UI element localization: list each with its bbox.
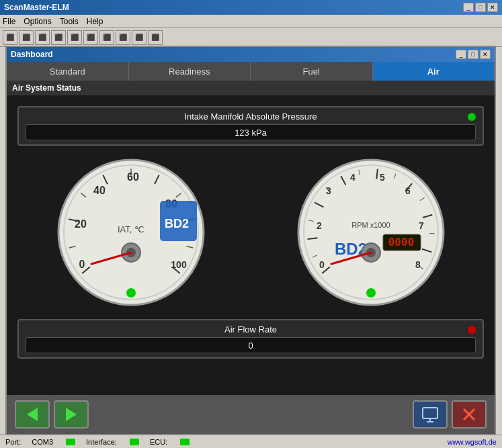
- svg-text:BD2: BD2: [164, 217, 188, 230]
- svg-point-25: [126, 288, 136, 298]
- menu-bar: File Options Tools Help: [0, 15, 502, 28]
- maximize-button[interactable]: □: [475, 3, 486, 12]
- status-bar: Port: COM3 Interface: ECU: www.wgsoft.de: [0, 435, 502, 448]
- svg-text:8: 8: [415, 259, 421, 270]
- rpm-gauge-svg: 3 4 5 6 7 8 2 0 RPM x1000 BD2 0000: [294, 155, 448, 310]
- svg-text:60: 60: [127, 171, 139, 183]
- app-title: ScanMaster-ELM: [4, 3, 69, 12]
- dashboard-maximize[interactable]: □: [468, 50, 478, 59]
- svg-text:RPM x1000: RPM x1000: [351, 221, 390, 229]
- dash-status-label: Air System Status: [12, 83, 81, 93]
- airflow-gauge-indicator: [468, 326, 476, 334]
- pressure-gauge-value: 123 kPa: [26, 124, 476, 140]
- ecu-label: ECU:: [150, 438, 167, 446]
- svg-point-26: [298, 160, 444, 305]
- back-arrow-icon: [23, 405, 42, 424]
- svg-text:0: 0: [319, 259, 325, 270]
- port-indicator: [66, 439, 75, 445]
- svg-text:0: 0: [79, 259, 85, 270]
- svg-text:0000: 0000: [388, 236, 414, 249]
- svg-text:6: 6: [405, 185, 411, 196]
- minimize-button[interactable]: _: [463, 3, 474, 12]
- nav-left-buttons: [15, 400, 89, 429]
- rpm-gauge: 3 4 5 6 7 8 2 0 RPM x1000 BD2 0000: [294, 155, 448, 310]
- toolbar-btn-7[interactable]: ⬛: [99, 30, 114, 45]
- status-left: Port: COM3 Interface: ECU:: [5, 438, 190, 446]
- toolbar-btn-5[interactable]: ⬛: [67, 30, 82, 45]
- svg-marker-61: [66, 408, 77, 421]
- gauges-row: 0 20 40 60 80 100 IAT, ℃ BD2: [17, 155, 484, 310]
- monitor-button[interactable]: [413, 400, 448, 429]
- svg-text:4: 4: [350, 172, 355, 183]
- toolbar-btn-10[interactable]: ⬛: [148, 30, 163, 45]
- airflow-gauge-bar: Air Flow Rate 0: [17, 319, 484, 359]
- close-nav-button[interactable]: [452, 400, 487, 429]
- dashboard-window: Dashboard _ □ ✕ Standard Readiness Fuel …: [5, 46, 496, 435]
- nav-right-buttons: [413, 400, 487, 429]
- tab-bar: Standard Readiness Fuel Air: [7, 62, 495, 81]
- svg-text:3: 3: [326, 185, 331, 196]
- svg-text:40: 40: [93, 185, 106, 196]
- interface-indicator: [130, 439, 139, 445]
- back-button[interactable]: [15, 400, 50, 429]
- toolbar-btn-2[interactable]: ⬛: [19, 30, 34, 45]
- dash-content: Intake Manifold Absolute Pressure 123 kP…: [7, 95, 495, 395]
- airflow-gauge-title: Air Flow Rate: [26, 324, 476, 334]
- airflow-gauge-value: 0: [26, 337, 476, 353]
- iat-gauge: 0 20 40 60 80 100 IAT, ℃ BD2: [54, 155, 208, 310]
- menu-file[interactable]: File: [3, 17, 15, 26]
- close-nav-icon: [460, 405, 478, 424]
- port-label: Port:: [5, 438, 21, 446]
- close-outer-button[interactable]: ✕: [487, 3, 498, 12]
- menu-options[interactable]: Options: [24, 17, 51, 26]
- toolbar-btn-6[interactable]: ⬛: [83, 30, 98, 45]
- svg-text:2: 2: [317, 220, 322, 231]
- toolbar-btn-4[interactable]: ⬛: [51, 30, 66, 45]
- tab-readiness[interactable]: Readiness: [129, 62, 251, 81]
- svg-point-59: [366, 288, 376, 298]
- menu-help[interactable]: Help: [87, 17, 103, 26]
- svg-text:20: 20: [75, 218, 87, 230]
- tab-air[interactable]: Air: [373, 62, 495, 81]
- pressure-gauge-title: Intake Manifold Absolute Pressure: [26, 111, 476, 122]
- pressure-gauge-indicator: [468, 113, 476, 121]
- menu-tools[interactable]: Tools: [60, 17, 79, 26]
- outer-title-bar: ScanMaster-ELM _ □ ✕: [0, 0, 502, 15]
- outer-win-buttons: _ □ ✕: [463, 3, 498, 12]
- iat-gauge-svg: 0 20 40 60 80 100 IAT, ℃ BD2: [54, 155, 208, 310]
- toolbar: ⬛ ⬛ ⬛ ⬛ ⬛ ⬛ ⬛ ⬛ ⬛ ⬛: [0, 28, 502, 47]
- toolbar-btn-8[interactable]: ⬛: [116, 30, 130, 45]
- toolbar-btn-1[interactable]: ⬛: [3, 30, 17, 45]
- dashboard-close[interactable]: ✕: [480, 50, 491, 59]
- svg-text:IAT, ℃: IAT, ℃: [117, 224, 144, 234]
- dashboard-minimize[interactable]: _: [456, 50, 466, 59]
- port-value: COM3: [32, 438, 53, 446]
- tab-fuel[interactable]: Fuel: [251, 62, 373, 81]
- toolbar-btn-9[interactable]: ⬛: [132, 30, 147, 45]
- pressure-gauge-bar: Intake Manifold Absolute Pressure 123 kP…: [17, 106, 484, 146]
- svg-text:100: 100: [171, 259, 187, 270]
- tab-standard[interactable]: Standard: [7, 62, 129, 81]
- nav-area: [7, 395, 495, 434]
- website-label: www.wgsoft.de: [448, 438, 497, 446]
- forward-arrow-icon: [62, 405, 81, 424]
- interface-label: Interface:: [86, 438, 117, 446]
- toolbar-btn-3[interactable]: ⬛: [35, 30, 50, 45]
- forward-button[interactable]: [54, 400, 89, 429]
- ecu-indicator: [180, 439, 190, 445]
- dashboard-title: Dashboard: [11, 50, 53, 59]
- svg-marker-60: [27, 408, 38, 421]
- svg-rect-62: [423, 408, 437, 418]
- svg-text:7: 7: [419, 220, 424, 231]
- svg-text:5: 5: [380, 172, 385, 183]
- monitor-icon: [421, 405, 440, 424]
- dashboard-win-buttons: _ □ ✕: [456, 50, 491, 59]
- dash-status-bar: Air System Status: [7, 81, 495, 95]
- dashboard-title-bar: Dashboard _ □ ✕: [7, 47, 495, 62]
